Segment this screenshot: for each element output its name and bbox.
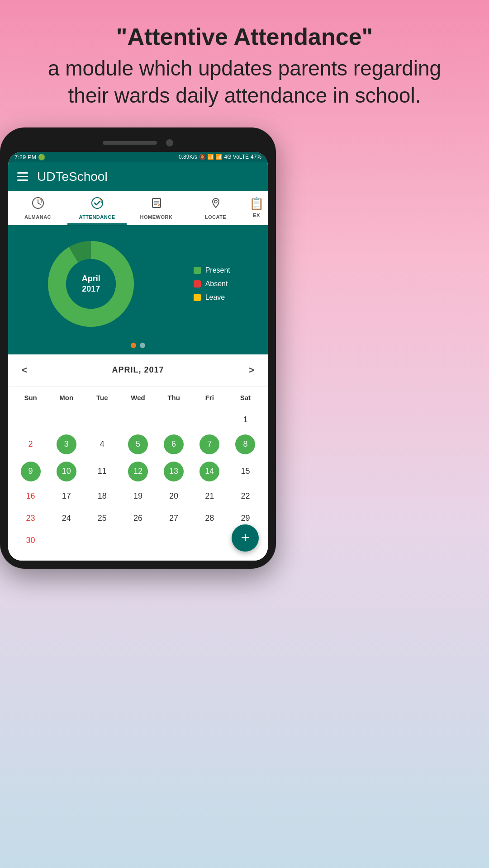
legend: Present Absent Leave (194, 266, 230, 302)
calendar-section: < APRIL, 2017 > Sun Mon Tue Wed Thu Fri … (8, 354, 268, 561)
cal-day-26[interactable]: 26 (132, 509, 144, 528)
legend-absent: Absent (194, 280, 230, 288)
legend-present-label: Present (205, 266, 230, 274)
cal-day-25[interactable]: 25 (96, 509, 109, 528)
calendar-header-row: Sun Mon Tue Wed Thu Fri Sat (13, 387, 263, 409)
cal-day-9[interactable]: 9 (21, 462, 41, 481)
cal-day-13[interactable]: 13 (164, 462, 184, 481)
svg-point-1 (92, 198, 103, 208)
legend-present-dot (194, 267, 201, 274)
phone-wrapper: 7:29 PM 🟢 0.89K/s 🔕 📶 📶 4G VoLTE 47% U (0, 127, 276, 569)
tab-locate-label: LOCATE (205, 214, 226, 220)
legend-leave: Leave (194, 293, 230, 302)
tab-attendance-label: ATTENDANCE (79, 214, 115, 220)
day-header-tue: Tue (84, 391, 120, 404)
carousel-dot-2[interactable] (140, 343, 145, 348)
cal-day-22[interactable]: 22 (239, 487, 252, 505)
calendar-row-4: 16 17 18 19 20 21 22 (13, 485, 263, 507)
status-time: 7:29 PM (14, 154, 36, 160)
calendar-prev-button[interactable]: < (17, 363, 32, 378)
calendar-nav: < APRIL, 2017 > (8, 354, 268, 387)
tab-homework[interactable]: HOMEWORK (127, 191, 186, 225)
fab-button[interactable]: + (232, 524, 259, 552)
cal-day-17[interactable]: 17 (60, 487, 73, 505)
cal-day-27[interactable]: 27 (167, 509, 180, 528)
phone-camera (166, 139, 173, 146)
legend-leave-dot (194, 294, 201, 301)
signal-icons: 🔕 📶 📶 (199, 154, 223, 160)
cal-day (172, 536, 176, 545)
cal-day-28[interactable]: 28 (203, 509, 216, 528)
cal-day-24[interactable]: 24 (60, 509, 73, 528)
cal-day-3[interactable]: 3 (57, 434, 76, 454)
day-header-mon: Mon (48, 391, 84, 404)
app-header: UDTeSchool (8, 162, 268, 191)
cal-day[interactable] (100, 415, 104, 424)
cal-day-16[interactable]: 16 (24, 487, 37, 505)
calendar-row-2: 2 3 4 5 6 7 8 (13, 431, 263, 458)
hamburger-menu[interactable] (17, 172, 28, 181)
status-icon: 🟢 (38, 154, 45, 160)
cal-day-19[interactable]: 19 (132, 487, 144, 505)
cal-day-5[interactable]: 5 (128, 434, 148, 454)
cal-day-20[interactable]: 20 (167, 487, 180, 505)
cal-day[interactable] (65, 415, 68, 424)
hamburger-line-1 (17, 172, 28, 174)
cal-day-2[interactable]: 2 (27, 435, 35, 453)
battery: 47% (251, 154, 261, 160)
tab-ex[interactable]: 📋 EX (245, 191, 268, 225)
attendance-icon (91, 197, 104, 212)
cal-day-11[interactable]: 11 (96, 462, 109, 481)
cal-day-12[interactable]: 12 (128, 462, 148, 481)
carousel-dots (8, 338, 268, 354)
cal-day[interactable] (136, 415, 140, 424)
donut-section: April 2017 Present Absent Le (8, 225, 268, 338)
page-header: "Attentive Attendance" a module which up… (0, 0, 489, 127)
cal-day (100, 536, 104, 545)
status-left: 7:29 PM 🟢 (14, 154, 45, 160)
calendar-grid: Sun Mon Tue Wed Thu Fri Sat (8, 387, 268, 561)
tab-locate[interactable]: LOCATE (186, 191, 245, 225)
cal-day-15[interactable]: 15 (239, 462, 252, 481)
cal-day-4[interactable]: 4 (98, 435, 106, 453)
cal-day-1[interactable]: 1 (241, 410, 249, 429)
headline: "Attentive Attendance" (36, 23, 453, 51)
hamburger-line-2 (17, 176, 28, 177)
calendar-month-title: APRIL, 2017 (112, 365, 164, 375)
cal-day-6[interactable]: 6 (164, 434, 184, 454)
svg-point-6 (214, 200, 217, 203)
donut-year: 2017 (82, 284, 100, 294)
network-speed: 0.89K/s (179, 154, 197, 160)
cal-day[interactable] (172, 415, 176, 424)
calendar-row-6: 30 (13, 529, 263, 552)
locate-icon (209, 197, 222, 212)
cal-day-7[interactable]: 7 (199, 434, 219, 454)
carousel-dot-1[interactable] (131, 343, 136, 348)
cal-day-10[interactable]: 10 (57, 462, 76, 481)
tab-attendance[interactable]: ATTENDANCE (67, 191, 127, 225)
cal-day[interactable] (29, 415, 33, 424)
app-title: UDTeSchool (37, 170, 108, 184)
cal-day-8[interactable]: 8 (235, 434, 255, 454)
calendar-row-5: 23 24 25 26 27 28 29 (13, 507, 263, 529)
almanac-icon (32, 197, 44, 212)
status-bar: 7:29 PM 🟢 0.89K/s 🔕 📶 📶 4G VoLTE 47% (8, 152, 268, 162)
cal-day-18[interactable]: 18 (96, 487, 109, 505)
cal-day-21[interactable]: 21 (203, 487, 216, 505)
page-background: "Attentive Attendance" a module which up… (0, 0, 489, 569)
network-type: 4G VoLTE (224, 154, 248, 160)
calendar-row-1: 1 (13, 409, 263, 431)
cal-day[interactable] (208, 415, 211, 424)
legend-absent-label: Absent (205, 280, 228, 288)
cal-day-14[interactable]: 14 (199, 462, 219, 481)
cal-day-23[interactable]: 23 (24, 509, 37, 528)
legend-absent-dot (194, 280, 201, 288)
cal-day-30[interactable]: 30 (24, 531, 37, 550)
cal-day (65, 536, 68, 545)
tab-almanac[interactable]: ALMANAC (8, 191, 67, 225)
cal-day (208, 536, 211, 545)
calendar-next-button[interactable]: > (244, 363, 259, 378)
phone-top-bar (8, 136, 268, 152)
homework-icon (150, 197, 163, 212)
status-right: 0.89K/s 🔕 📶 📶 4G VoLTE 47% (179, 154, 261, 160)
